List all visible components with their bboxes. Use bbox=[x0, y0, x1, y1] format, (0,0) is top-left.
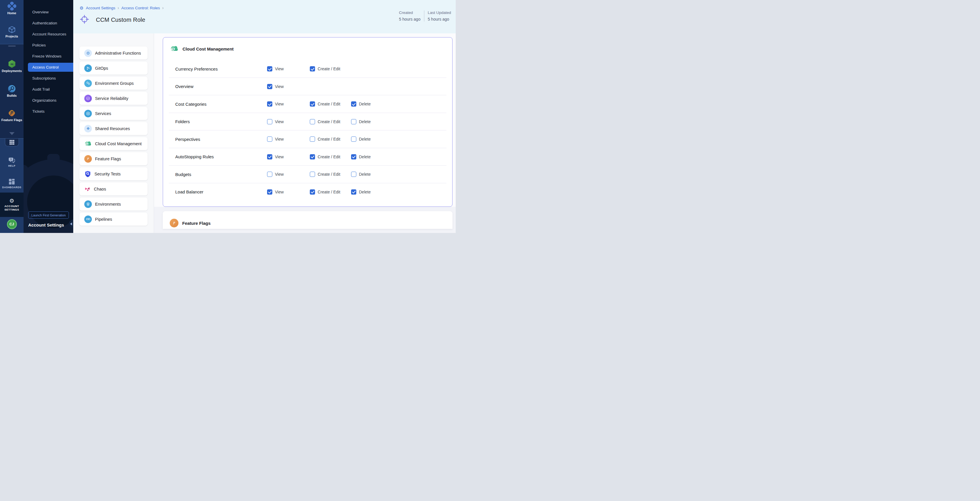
module-label: Security Tests bbox=[94, 172, 121, 176]
module-card-feature-flags[interactable]: Feature Flags bbox=[80, 152, 148, 165]
permission-cell-view: View bbox=[267, 66, 310, 71]
rail-item-dashboards[interactable]: DASHBOARDS bbox=[0, 178, 24, 189]
rail-item-help[interactable]: ? HELP bbox=[0, 157, 24, 167]
permission-rows: Currency PreferencesViewCreate / EditOve… bbox=[163, 60, 452, 201]
module-label: Pipelines bbox=[95, 217, 112, 222]
module-card-service-reliability[interactable]: Service Reliability bbox=[80, 92, 148, 105]
view-checkbox[interactable] bbox=[267, 66, 272, 71]
admin-gear-icon: ⚙ bbox=[84, 49, 92, 57]
view-checkbox[interactable] bbox=[267, 172, 272, 177]
permission-label: Delete bbox=[359, 137, 371, 141]
permission-label: Create / Edit bbox=[318, 172, 340, 177]
module-picker-button[interactable] bbox=[5, 138, 19, 146]
permission-row-overview: OverviewView bbox=[163, 78, 452, 95]
module-label: Services bbox=[95, 111, 111, 116]
breadcrumb-link-account-settings[interactable]: Account Settings bbox=[86, 6, 115, 10]
create-checkbox[interactable] bbox=[310, 101, 315, 106]
cloud-cost-management-icon: $ bbox=[170, 44, 179, 53]
sidebar-item-tickets[interactable]: Tickets bbox=[24, 107, 73, 116]
module-label: Service Reliability bbox=[95, 96, 128, 101]
delete-checkbox[interactable] bbox=[351, 172, 356, 177]
view-checkbox[interactable] bbox=[267, 84, 272, 89]
module-card-services[interactable]: Services bbox=[80, 107, 148, 120]
sidebar-item-authentication[interactable]: Authentication bbox=[24, 19, 73, 28]
view-checkbox[interactable] bbox=[267, 119, 272, 124]
sidebar-item-access-control[interactable]: Access Control bbox=[28, 63, 73, 72]
create-checkbox[interactable] bbox=[310, 154, 315, 159]
permission-label: View bbox=[275, 67, 284, 71]
sidebar-item-audit-trail[interactable]: Audit Trail bbox=[24, 85, 73, 94]
delete-checkbox[interactable] bbox=[351, 136, 356, 142]
rail-item-projects[interactable]: Projects bbox=[0, 25, 24, 38]
module-card-shared-resources[interactable]: ❖Shared Resources bbox=[80, 122, 148, 135]
breadcrumb-separator: › bbox=[162, 6, 164, 10]
module-card-chaos[interactable]: Chaos bbox=[80, 182, 148, 195]
ccm-cloud-icon: $ bbox=[84, 140, 92, 147]
breadcrumb-link-access-control-roles[interactable]: Access Control: Roles bbox=[121, 6, 160, 10]
delete-checkbox[interactable] bbox=[351, 189, 356, 195]
module-label: Environment Groups bbox=[95, 81, 134, 86]
rail-item-label: ACCOUNT bbox=[4, 205, 19, 208]
delete-checkbox[interactable] bbox=[351, 101, 356, 106]
create-checkbox[interactable] bbox=[310, 66, 315, 71]
view-checkbox[interactable] bbox=[267, 136, 272, 142]
module-card-cloud-cost-management[interactable]: $Cloud Cost Management bbox=[80, 137, 148, 150]
sidebar-collapse-button[interactable] bbox=[69, 220, 73, 228]
rail-item-home[interactable]: Home bbox=[0, 2, 24, 15]
view-checkbox[interactable] bbox=[267, 154, 272, 159]
rail-item-label: Builds bbox=[7, 94, 17, 97]
rail-item-label: SETTINGS bbox=[4, 208, 19, 211]
avatar-initials: CJ bbox=[10, 222, 14, 226]
modules-column: ⚙Administrative FunctionsGitOpsEnvironme… bbox=[73, 33, 154, 233]
breadcrumb-gear-icon: ⚙ bbox=[80, 6, 83, 10]
ccm-permissions-panel: $ Cloud Cost Management Currency Prefere… bbox=[163, 37, 452, 207]
permission-label: View bbox=[275, 101, 284, 106]
user-avatar[interactable]: CJ bbox=[7, 219, 17, 229]
create-checkbox[interactable] bbox=[310, 172, 315, 177]
view-checkbox[interactable] bbox=[267, 101, 272, 106]
permission-cell-create: Create / Edit bbox=[310, 101, 351, 106]
create-checkbox[interactable] bbox=[310, 136, 315, 142]
create-checkbox[interactable] bbox=[310, 119, 315, 124]
permission-row-load-balancer: Load BalancerViewCreate / EditDelete bbox=[163, 183, 452, 201]
permission-label: View bbox=[275, 119, 284, 124]
sidebar-item-account-resources[interactable]: Account Resources bbox=[24, 30, 73, 39]
page-body: ⚙Administrative FunctionsGitOpsEnvironme… bbox=[73, 33, 456, 233]
created-label: Created bbox=[399, 11, 420, 15]
permission-cell-view: View bbox=[267, 136, 310, 142]
module-card-environment-groups[interactable]: Environment Groups bbox=[80, 77, 148, 90]
launch-first-generation-button[interactable]: Launch First Generation bbox=[28, 211, 69, 219]
projects-cube-icon bbox=[8, 25, 16, 34]
panel-header: $ Cloud Cost Management bbox=[163, 38, 452, 60]
delete-checkbox[interactable] bbox=[351, 154, 356, 159]
rail-item-deployments[interactable]: ∞ Deployments bbox=[0, 60, 24, 73]
module-grid-icon bbox=[9, 140, 15, 145]
sidebar-item-freeze-windows[interactable]: Freeze Windows bbox=[24, 52, 73, 61]
module-card-security-tests[interactable]: Security Tests bbox=[80, 167, 148, 180]
module-card-gitops[interactable]: GitOps bbox=[80, 62, 148, 75]
rail-item-account-settings[interactable]: ⚙ ACCOUNT SETTINGS bbox=[0, 193, 24, 217]
sidebar-item-subscriptions[interactable]: Subscriptions bbox=[24, 74, 73, 83]
permission-label: Create / Edit bbox=[318, 101, 340, 106]
create-checkbox[interactable] bbox=[310, 189, 315, 195]
permission-row-currency-preferences: Currency PreferencesViewCreate / Edit bbox=[163, 60, 452, 78]
help-chat-icon: ? bbox=[8, 157, 16, 163]
module-label: Administrative Functions bbox=[95, 51, 141, 55]
sidebar-item-organizations[interactable]: Organizations bbox=[24, 96, 73, 105]
dashboards-grid-icon bbox=[8, 178, 15, 185]
module-card-administrative-functions[interactable]: ⚙Administrative Functions bbox=[80, 46, 148, 60]
delete-checkbox[interactable] bbox=[351, 119, 356, 124]
sidebar-item-overview[interactable]: Overview bbox=[24, 8, 73, 17]
breadcrumb-separator: › bbox=[118, 6, 119, 10]
permission-label: Create / Edit bbox=[318, 154, 340, 159]
sidebar-item-policies[interactable]: Policies bbox=[24, 41, 73, 50]
view-checkbox[interactable] bbox=[267, 189, 272, 195]
chevron-down-icon[interactable] bbox=[9, 132, 14, 135]
permission-cell-view: View bbox=[267, 189, 310, 195]
module-card-pipelines[interactable]: Pipelines bbox=[80, 212, 148, 226]
module-card-environments[interactable]: Environments bbox=[80, 198, 148, 211]
permission-label: View bbox=[275, 172, 284, 177]
permission-cell-view: View bbox=[267, 101, 310, 106]
rail-item-feature-flags[interactable]: Feature Flags bbox=[0, 109, 24, 122]
rail-item-builds[interactable]: Builds bbox=[0, 84, 24, 97]
